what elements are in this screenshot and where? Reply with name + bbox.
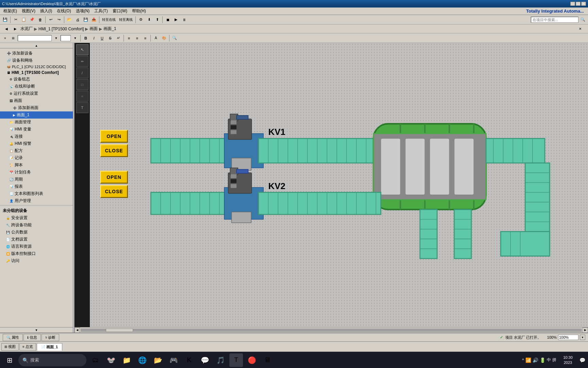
tray-ime[interactable]: 拼 <box>552 357 556 363</box>
export-btn[interactable]: 📤 <box>90 16 98 24</box>
tool-circle[interactable]: ○ <box>76 91 88 102</box>
sidebar-item-scheduled-tasks[interactable]: 📅计划任务 <box>0 169 73 176</box>
sidebar-item-hmi-alarms[interactable]: 🔔HMI 报警 <box>0 140 73 147</box>
menu-options[interactable]: 选项(N) <box>74 7 92 15</box>
sidebar-item-screens[interactable]: 🖼画面 <box>0 97 73 104</box>
bg-color-btn[interactable]: 🎨 <box>160 34 168 42</box>
download-btn[interactable]: ⬇ <box>145 16 153 24</box>
tray-chevron[interactable]: ^ <box>522 358 524 363</box>
menu-frame[interactable]: 框架(E) <box>1 7 19 15</box>
taskbar-app-explorer[interactable]: 🗂 <box>88 353 102 367</box>
align-center-btn[interactable]: ≡ <box>133 34 141 42</box>
save-btn[interactable]: 💾 <box>1 16 9 24</box>
delete-btn[interactable]: 🗑 <box>36 16 44 24</box>
search-btn[interactable]: 🔍 <box>579 16 587 24</box>
tool-line[interactable]: / <box>76 67 88 78</box>
tray-network[interactable]: 📶 <box>525 357 531 363</box>
sidebar-item-scripts[interactable]: 📜脚本 <box>0 162 73 169</box>
taskbar-app-tia[interactable]: T <box>229 353 243 367</box>
sidebar-item-cycles[interactable]: 🔄周期 <box>0 176 73 183</box>
strikethrough-btn[interactable]: S <box>107 34 114 42</box>
sidebar-item-screen1[interactable]: ▶画面_1 <box>0 111 73 119</box>
compile-btn[interactable]: ⚙ <box>137 16 145 24</box>
nav-back-btn[interactable]: ◀ <box>3 25 10 33</box>
kv2-open-button[interactable]: OPEN <box>100 171 128 184</box>
taskbar-search[interactable]: 🔍 搜索 <box>18 354 86 366</box>
kv2-close-button[interactable]: CLOSE <box>100 185 128 198</box>
scroll-right-btn[interactable]: ▶ <box>583 327 588 333</box>
breadcrumb-cement[interactable]: 水泥厂 <box>20 26 33 32</box>
nav-fwd-btn[interactable]: ▶ <box>12 25 19 33</box>
sidebar-item-version-ctrl[interactable]: 🔀版本控制接口 <box>0 250 73 257</box>
taskbar-app-folder[interactable]: 📂 <box>151 353 165 367</box>
undo-btn[interactable]: ↩ <box>47 16 54 24</box>
search-input[interactable] <box>531 17 578 23</box>
taskbar-app-mole[interactable]: 🐭 <box>104 353 118 367</box>
close-panel-btn[interactable]: ✕ <box>576 25 584 33</box>
taskbar-app-game[interactable]: 🎮 <box>167 353 180 367</box>
sidebar-item-cross-device[interactable]: 🔧跨设备功能 <box>0 221 73 229</box>
props-tab-diag[interactable]: ⚕ 诊断 <box>42 334 59 341</box>
sidebar-item-hmi-vars[interactable]: 📊HMI 变量 <box>0 126 73 133</box>
go-offline-btn[interactable]: 转至离线 <box>118 16 134 24</box>
font-size-dropdown[interactable]: ▼ <box>52 34 60 42</box>
taskbar-app-files[interactable]: 📁 <box>120 353 133 367</box>
hscrollbar[interactable]: ◀ ▶ <box>75 327 588 333</box>
go-online-btn[interactable]: 转至在线 <box>101 16 117 24</box>
tray-battery[interactable]: 🔋 <box>540 357 545 363</box>
zoom-in-btn[interactable]: 🔍 <box>171 34 178 42</box>
sidebar-item-records[interactable]: 📝记录 <box>0 154 73 162</box>
sidebar-item-user-mgmt[interactable]: 👤用户管理 <box>0 197 73 204</box>
menu-view[interactable]: 视图(V) <box>20 7 37 15</box>
sidebar-item-recipes[interactable]: 📋配方 <box>0 147 73 154</box>
menu-insert[interactable]: 插入(I) <box>38 7 54 15</box>
sidebar-item-add-device[interactable]: ➕添加新设备 <box>0 50 73 57</box>
collapse-btn[interactable]: ≡ <box>1 34 9 42</box>
align-left-btn[interactable]: ≡ <box>125 34 133 42</box>
minimize-btn[interactable]: _ <box>570 2 575 6</box>
sidebar-item-common-data[interactable]: 💾公共数据 <box>0 229 73 236</box>
tray-volume[interactable]: 🔊 <box>533 357 538 363</box>
sidebar-item-security[interactable]: 🔒安全设置 <box>0 214 73 221</box>
taskbar-app-music[interactable]: 🎵 <box>214 353 227 367</box>
scroll-left-btn[interactable]: ◀ <box>75 327 80 333</box>
tab-portal-view[interactable]: ⊞ 视图 <box>1 343 19 351</box>
taskbar-app-chat[interactable]: 💬 <box>198 353 212 367</box>
sidebar-item-add-screen[interactable]: ➕添加新画面 <box>0 104 73 111</box>
sidebar-scroll-down[interactable]: ▼ <box>0 327 73 333</box>
zoom-down-btn[interactable]: ▼ <box>580 335 585 340</box>
bold-btn[interactable]: B <box>82 34 89 42</box>
maximize-btn[interactable]: □ <box>576 2 581 6</box>
scroll-thumb-h[interactable] <box>106 328 133 332</box>
kv1-open-button[interactable]: OPEN <box>100 130 128 143</box>
italic-btn[interactable]: I <box>90 34 98 42</box>
font-name-input[interactable] <box>18 35 52 41</box>
breadcrumb-hmi[interactable]: HMI_1 [TP1500 Comfort] <box>38 27 84 31</box>
taskbar-app-screen[interactable]: 🖥 <box>261 353 274 367</box>
pause-btn[interactable]: ⏸ <box>180 16 188 24</box>
tray-keyboard[interactable]: 中 <box>547 357 551 363</box>
underline-btn[interactable]: U <box>98 34 106 42</box>
upload-btn[interactable]: ⬆ <box>153 16 161 24</box>
print-btn[interactable]: 🖨 <box>74 16 81 24</box>
taskbar-app-k[interactable]: K <box>182 353 196 367</box>
tool-rect[interactable]: □ <box>76 79 88 90</box>
sidebar-item-access[interactable]: 🔑访问 <box>0 257 73 264</box>
props-tab-info[interactable]: ℹ 信息 <box>23 334 41 341</box>
kv1-close-button[interactable]: CLOSE <box>100 144 128 157</box>
close-btn[interactable]: × <box>581 2 586 6</box>
sidebar-item-screen-mgmt[interactable]: 📁画面管理 <box>0 119 73 126</box>
hmi-canvas[interactable]: KV1 <box>90 43 588 327</box>
tab-screen1[interactable]: 📄 画面_1 <box>37 343 62 351</box>
tool-draw[interactable]: ✏ <box>76 56 88 67</box>
expand-btn[interactable]: ⊞ <box>10 34 17 42</box>
taskbar-app-edge[interactable]: 🌐 <box>135 353 149 367</box>
menu-online[interactable]: 在线(O) <box>55 7 73 15</box>
redo-btn[interactable]: ↪ <box>55 16 63 24</box>
copy-btn[interactable]: 📋 <box>20 16 28 24</box>
menu-help[interactable]: 帮助(H) <box>130 7 148 15</box>
sidebar-scroll-up[interactable]: ▲ <box>0 43 73 48</box>
notification-btn[interactable]: 💬 <box>579 357 585 363</box>
sidebar-item-text-lists[interactable]: 📃文本和图形列表 <box>0 190 73 197</box>
tool-select[interactable]: ↖ <box>76 44 88 55</box>
